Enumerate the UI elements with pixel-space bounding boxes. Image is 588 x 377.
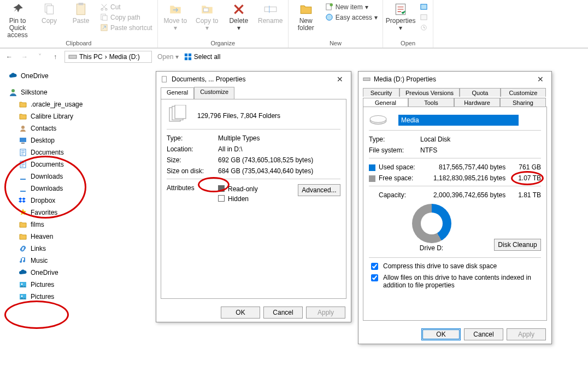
tree-item[interactable]: Calibre Library — [3, 110, 144, 122]
up-button[interactable]: ↑ — [49, 51, 61, 63]
tree-item[interactable]: Desktop — [3, 134, 144, 146]
dialog-titlebar[interactable]: Documents, ... Properties ✕ — [156, 72, 351, 87]
new-folder-icon — [299, 2, 313, 16]
svg-rect-26 — [21, 143, 25, 144]
fs-value: NTFS — [420, 146, 541, 154]
clipboard-group-label: Clipboard — [66, 39, 91, 47]
tree-item[interactable]: films — [3, 219, 144, 231]
drive-large-icon — [369, 113, 387, 128]
new-item-icon — [325, 3, 333, 11]
copy-button: Copy — [35, 1, 63, 25]
tab-general[interactable]: General — [161, 87, 194, 99]
tree-item-label: Calibre Library — [31, 113, 73, 120]
multi-docs-icon — [167, 105, 189, 127]
tab-hardware[interactable]: Hardware — [454, 98, 500, 107]
advanced-button[interactable]: Advanced... — [298, 184, 340, 196]
tree-item[interactable]: Music — [3, 255, 144, 267]
dialog-title: Media (D:) Properties — [374, 75, 436, 83]
ok-button[interactable]: OK — [221, 307, 260, 319]
recent-dropdown[interactable]: ˅ — [34, 51, 46, 63]
tree-item[interactable]: Pictures — [3, 279, 144, 291]
tab-quota[interactable]: Quota — [460, 88, 501, 97]
dialog-titlebar[interactable]: Media (D:) Properties ✕ — [358, 72, 551, 87]
address-bar[interactable]: This PC › Media (D:) — [64, 51, 152, 63]
tab-security[interactable]: Security — [363, 88, 399, 97]
svg-rect-16 — [421, 15, 427, 20]
folder-icon — [19, 220, 27, 229]
tree-item-label: Documents — [31, 161, 64, 168]
tree-item[interactable]: Contacts — [3, 122, 144, 134]
compress-checkbox[interactable] — [371, 263, 378, 270]
drive-properties-dialog: Media (D:) Properties ✕ Security Previou… — [358, 71, 552, 344]
group-organize: Move to▾ Copy to▾ Delete▾ Rename Organiz… — [158, 0, 289, 48]
new-folder-button[interactable]: New folder — [292, 1, 320, 32]
drive-icon — [363, 75, 371, 83]
group-new: New folder New item ▾ Easy access ▾ New — [289, 0, 383, 48]
cancel-button[interactable]: Cancel — [464, 328, 503, 340]
free-swatch — [369, 175, 375, 182]
crumb-drive[interactable]: Media (D:) — [109, 53, 140, 61]
svg-rect-10 — [264, 7, 277, 12]
drive-name-input[interactable]: Media — [398, 115, 519, 126]
tree-item[interactable]: Pictures — [3, 291, 144, 303]
size-label: Size: — [167, 156, 213, 164]
open-option-1[interactable] — [418, 2, 430, 11]
cancel-button[interactable]: Cancel — [263, 307, 303, 319]
delete-icon — [232, 2, 246, 16]
tree-item[interactable]: Links — [3, 243, 144, 255]
tree-item[interactable]: Dropbox — [3, 195, 144, 207]
close-button[interactable]: ✕ — [534, 75, 547, 84]
select-all-button[interactable]: Select all — [184, 53, 221, 61]
tab-general-drive[interactable]: General — [363, 98, 408, 107]
index-checkbox[interactable] — [371, 274, 378, 281]
tree-onedrive[interactable]: OneDrive — [3, 70, 144, 82]
chevron-down-icon: ▾ — [237, 25, 240, 32]
tree-item-label: Downloads — [31, 173, 63, 180]
easy-access-button[interactable]: Easy access ▾ — [324, 13, 379, 22]
tree-item-label: Pictures — [31, 293, 54, 301]
drive-type-label: Type: — [369, 136, 415, 143]
properties-button[interactable]: Properties▾ — [386, 1, 415, 32]
hidden-checkbox[interactable] — [218, 195, 225, 202]
tab-customize[interactable]: Customize — [194, 87, 234, 99]
tree-item[interactable]: Documents — [3, 158, 144, 170]
close-button[interactable]: ✕ — [333, 75, 346, 84]
open-option-2 — [418, 13, 430, 22]
readonly-checkbox[interactable] — [218, 185, 225, 192]
folder-icon — [19, 136, 27, 145]
paste-shortcut-button: Paste shortcut — [98, 23, 154, 32]
capacity-bytes: 2,000,396,742,656 bytes — [427, 191, 505, 199]
tab-customize-drive[interactable]: Customize — [501, 88, 546, 97]
back-button[interactable]: ← — [3, 51, 15, 63]
compress-label: Compress this drive to save disk space — [383, 262, 497, 270]
crumb-this-pc[interactable]: This PC — [79, 53, 103, 61]
svg-rect-37 — [363, 78, 370, 80]
tree-item[interactable]: .oracle_jre_usage — [3, 98, 144, 110]
tree-item[interactable]: Favorites — [3, 207, 144, 219]
chevron-down-icon: ▾ — [399, 25, 402, 32]
capacity-label: Capacity: — [369, 191, 421, 199]
tab-tools[interactable]: Tools — [408, 98, 454, 107]
tab-sharing[interactable]: Sharing — [500, 98, 546, 107]
new-item-button[interactable]: New item ▾ — [324, 2, 379, 11]
tab-previous-versions[interactable]: Previous Versions — [399, 88, 460, 97]
pin-to-quick-access-button[interactable]: Pin to Quick access — [3, 1, 32, 39]
copy-to-button: Copy to▾ — [193, 1, 221, 32]
tree-item[interactable]: Downloads — [3, 182, 144, 195]
open-dropdown: Open ▾ — [157, 53, 179, 61]
docs-icon — [161, 75, 168, 83]
tree-item-label: films — [31, 221, 44, 228]
tree-item[interactable]: Documents — [3, 146, 144, 158]
tree-item[interactable]: OneDrive — [3, 267, 144, 279]
folder-icon — [19, 280, 27, 289]
tree-item[interactable]: Downloads — [3, 170, 144, 182]
delete-button[interactable]: Delete▾ — [225, 1, 253, 32]
tree-item[interactable]: Heaven — [3, 231, 144, 243]
folder-icon — [19, 148, 27, 157]
tree-user[interactable]: Silkstone — [3, 86, 144, 98]
disk-cleanup-button[interactable]: Disk Cleanup — [494, 239, 541, 251]
svg-point-39 — [370, 116, 386, 123]
user-icon — [9, 88, 17, 97]
ok-button[interactable]: OK — [421, 328, 461, 340]
svg-rect-21 — [185, 57, 187, 60]
